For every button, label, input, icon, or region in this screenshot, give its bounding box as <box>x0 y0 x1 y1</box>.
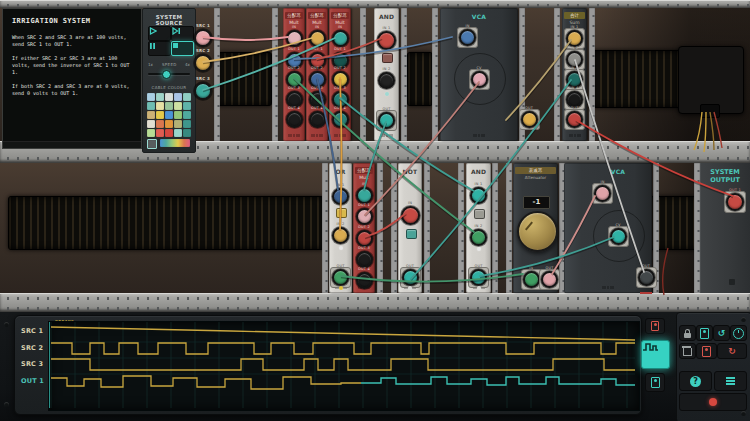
lock-icon <box>684 333 691 338</box>
loose-wire <box>663 248 668 295</box>
scope-trace-src3 <box>51 359 635 370</box>
scope-view-button[interactable] <box>641 340 670 369</box>
trash-icon <box>683 348 692 356</box>
lock-button[interactable] <box>679 325 696 341</box>
menu-button[interactable] <box>714 371 747 391</box>
waveform-icon <box>642 341 659 353</box>
scope-delete-button[interactable] <box>645 318 665 334</box>
undo-icon: ↺ <box>718 329 726 338</box>
add-module-button[interactable] <box>696 325 713 341</box>
bottom-section: BREAKS SRC 1 SRC 2 SRC 3 OUT 1 ↺ ↻ ? <box>0 312 750 421</box>
hamburger-icon <box>726 376 735 387</box>
delete-button[interactable] <box>679 343 696 359</box>
patch-cable[interactable] <box>552 196 595 274</box>
module-red-icon <box>651 321 659 331</box>
patch-cable[interactable] <box>480 237 614 276</box>
patch-cable[interactable] <box>411 80 571 279</box>
module-red-icon <box>702 346 711 357</box>
scope-trace-out1_actual <box>361 377 635 385</box>
record-button[interactable] <box>679 393 747 411</box>
scope-trace-src2 <box>51 343 635 354</box>
patch-cable[interactable] <box>576 120 733 196</box>
scope-trace-out1_expected <box>51 376 361 389</box>
clock-icon <box>733 328 744 339</box>
loose-wire <box>704 112 706 152</box>
control-panel: ↺ ↻ ? <box>676 312 750 421</box>
patch-cable[interactable] <box>340 98 474 191</box>
patch-cable[interactable] <box>506 40 571 120</box>
loose-wire <box>714 112 722 148</box>
scope-module-view-button[interactable] <box>645 373 665 392</box>
undo-button[interactable]: ↺ <box>713 325 730 341</box>
loose-wire <box>694 112 702 150</box>
help-button[interactable]: ? <box>679 371 712 391</box>
patch-cable[interactable] <box>365 213 406 237</box>
redo-icon: ↻ <box>728 347 736 356</box>
app-root: IRRIGATION SYSTEM When SRC 2 and SRC 3 a… <box>0 0 750 421</box>
redo-button[interactable]: ↻ <box>717 343 747 359</box>
oscilloscope: BREAKS SRC 1 SRC 2 SRC 3 OUT 1 <box>14 315 642 415</box>
module-teal-icon <box>651 377 660 388</box>
help-icon: ? <box>690 376 701 387</box>
history-button[interactable] <box>730 325 747 341</box>
record-icon <box>709 398 717 406</box>
scope-traces <box>15 316 641 414</box>
scope-trace-src1 <box>51 327 635 340</box>
patch-cable[interactable] <box>203 38 335 90</box>
patch-cable[interactable] <box>365 82 479 215</box>
remove-module-button[interactable] <box>696 343 717 359</box>
loose-wire <box>710 112 714 150</box>
module-teal-icon <box>700 328 709 339</box>
